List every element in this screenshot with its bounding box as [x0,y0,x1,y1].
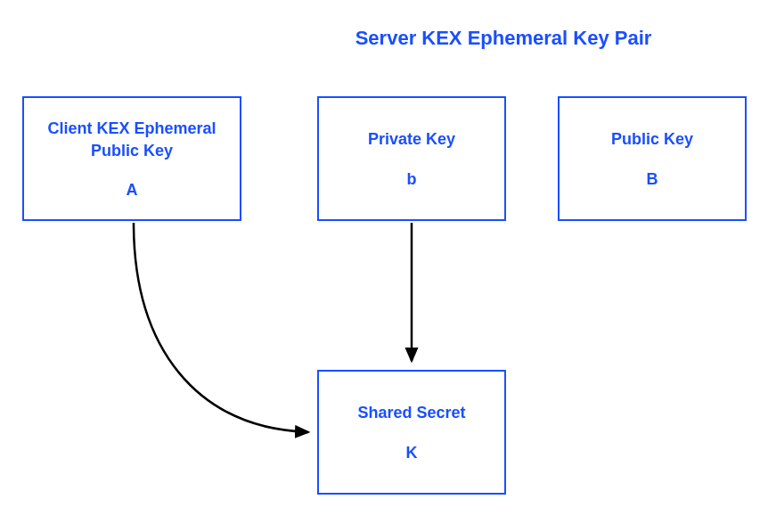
arrow-client-to-shared [134,223,308,432]
box-client-public-key-label: Client KEX Ephemeral Public Key [33,118,231,161]
diagram-title: Server KEX Ephemeral Key Pair [316,27,690,50]
box-private-key-label: Private Key [368,128,455,150]
box-shared-secret-symbol: K [406,444,418,462]
box-private-key: Private Key b [317,96,506,221]
box-shared-secret-label: Shared Secret [357,402,465,423]
box-public-key: Public Key B [558,96,747,221]
box-shared-secret: Shared Secret K [317,370,506,495]
box-client-public-key: Client KEX Ephemeral Public Key A [22,96,241,221]
box-client-public-key-symbol: A [127,181,138,200]
box-public-key-symbol: B [647,170,658,189]
box-private-key-symbol: b [407,170,417,189]
box-public-key-label: Public Key [611,128,693,150]
